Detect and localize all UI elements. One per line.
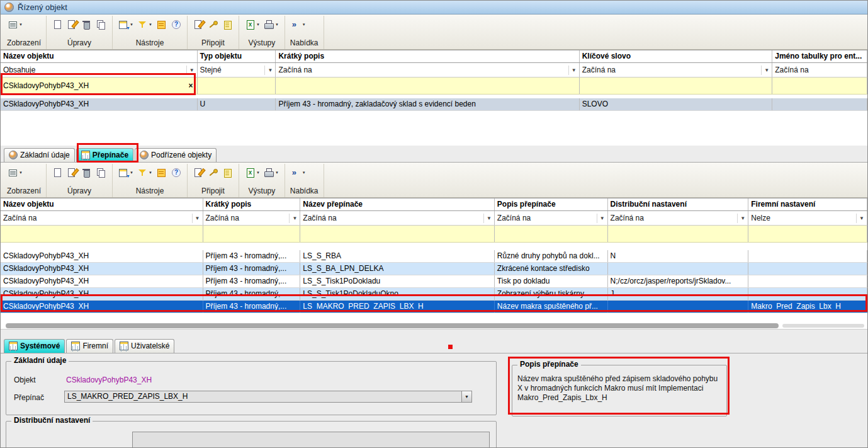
grid-cell[interactable] xyxy=(748,275,867,287)
horizontal-scrollbar[interactable] xyxy=(1,323,867,329)
column-header[interactable]: Typ objektu xyxy=(198,50,276,62)
grid-cell[interactable] xyxy=(748,250,867,262)
column-header[interactable]: Distribuční nastavení xyxy=(608,198,749,210)
grid-cell[interactable]: LS_MAKRO_PRED_ZAPIS_LBX_H xyxy=(300,301,495,313)
edit-record-button[interactable] xyxy=(66,167,78,178)
grid-cell[interactable]: N xyxy=(608,250,749,262)
table-row[interactable]: CSkladovyPohybP43_XH U Příjem 43 - hroma… xyxy=(1,98,867,111)
grid-cell[interactable] xyxy=(748,288,867,300)
switch-lookup-button[interactable]: ▼ xyxy=(461,391,472,403)
grid-cell[interactable] xyxy=(748,263,867,275)
column-header[interactable]: Krátký popis xyxy=(203,198,301,210)
search-input[interactable] xyxy=(1,226,203,242)
grid-cell[interactable]: Příjem 43 - hromadný, zakladačový sklad … xyxy=(276,98,579,110)
search-input[interactable] xyxy=(203,226,301,242)
grid-cell[interactable]: U xyxy=(198,98,276,110)
grid-cell[interactable]: CSkladovyPohybP43_XH xyxy=(1,263,203,275)
grid-cell[interactable]: CSkladovyPohybP43_XH xyxy=(1,301,203,313)
switch-input-value[interactable]: LS_MAKRO_PRED_ZAPIS_LBX_H xyxy=(64,391,461,403)
excel-export-button[interactable]: ▼ xyxy=(244,19,261,30)
menu-button[interactable]: ▼ xyxy=(290,19,307,30)
grid-cell[interactable]: Příjem 43 - hromadný,... xyxy=(203,263,301,275)
view-menu-button[interactable]: ▼ xyxy=(7,167,23,178)
column-header[interactable]: Název objektu xyxy=(1,50,198,62)
grid-cell[interactable]: LS_S_RBA xyxy=(300,250,495,262)
search-input[interactable] xyxy=(276,78,579,94)
batch-change-button[interactable] xyxy=(155,19,167,30)
filter-cell[interactable]: Začíná na▼ xyxy=(1,211,203,225)
grid-cell[interactable]: Název makra spuštěného př... xyxy=(495,301,608,313)
grid-cell[interactable]: Různé druhy pohybů na dokl... xyxy=(495,250,608,262)
grid-cell[interactable] xyxy=(772,98,867,110)
search-input[interactable] xyxy=(300,226,495,242)
attach-button[interactable] xyxy=(207,19,219,30)
grid-cell[interactable]: Příjem 43 - hromadný,... xyxy=(203,288,301,300)
scrollbar-thumb[interactable] xyxy=(6,323,779,328)
filter-cell[interactable]: Nelze▼ xyxy=(748,211,867,225)
new-record-button[interactable] xyxy=(52,167,64,178)
tab-prepinace[interactable]: Přepínače xyxy=(76,148,133,162)
search-input[interactable] xyxy=(495,226,608,242)
batch-change-button[interactable] xyxy=(155,167,167,178)
attach-button[interactable] xyxy=(207,167,219,178)
tab-systemove[interactable]: Systémové xyxy=(4,339,65,353)
switch-input[interactable]: LS_MAKRO_PRED_ZAPIS_LBX_H ▼ xyxy=(64,391,472,403)
grid-cell[interactable] xyxy=(608,263,749,275)
edit-record-button[interactable] xyxy=(66,19,78,30)
grouping-button[interactable]: ▼ xyxy=(118,19,134,30)
filter-button[interactable]: ▼ xyxy=(137,19,153,30)
grid-cell[interactable]: Příjem 43 - hromadný,... xyxy=(203,250,301,262)
filter-cell[interactable]: Začíná na xyxy=(772,63,867,77)
filter-cell[interactable]: Začíná na▼ xyxy=(580,63,773,77)
grid-cell[interactable]: LS_S_Tisk1PoDokladu xyxy=(300,275,495,287)
grid-cell[interactable]: Tisk po dokladu xyxy=(495,275,608,287)
table-row[interactable]: CSkladovyPohybP43_XH Příjem 43 - hromadn… xyxy=(1,250,867,263)
filter-cell[interactable]: Začíná na▼ xyxy=(495,211,608,225)
help-button[interactable] xyxy=(170,19,182,30)
form-button[interactable] xyxy=(222,167,234,178)
filter-cell[interactable]: Začíná na▼ xyxy=(608,211,749,225)
grid-cell[interactable]: J xyxy=(608,288,749,300)
grid-cell[interactable]: LS_S_BA_LPN_DELKA xyxy=(300,263,495,275)
menu-button[interactable]: ▼ xyxy=(290,167,307,178)
grid-cell[interactable]: Zkrácené kontace středisko xyxy=(495,263,608,275)
filter-cell[interactable]: Začíná na▼ xyxy=(203,211,301,225)
grouping-button[interactable]: ▼ xyxy=(118,167,134,178)
filter-cell[interactable]: Začíná na▼ xyxy=(300,211,495,225)
grid-cell[interactable]: CSkladovyPohybP43_XH xyxy=(1,98,198,110)
search-input-nazev-objektu[interactable]: CSkladovyPohybP43_XH× xyxy=(1,78,198,94)
edit-attachment-button[interactable] xyxy=(193,167,205,178)
tab-zakladni-udaje[interactable]: Základní údaje xyxy=(4,148,75,162)
grid-cell[interactable]: LS_S_Tisk1PoDokladuOkno xyxy=(300,288,495,300)
tab-uzivatelske[interactable]: Uživatelské xyxy=(115,339,174,353)
column-header[interactable]: Krátký popis xyxy=(276,50,579,62)
search-input[interactable] xyxy=(748,226,867,242)
grid-cell[interactable]: Příjem 43 - hromadný,... xyxy=(203,275,301,287)
grid-cell[interactable]: SLOVO xyxy=(580,98,773,110)
table-row[interactable]: CSkladovyPohybP43_XH Příjem 43 - hromadn… xyxy=(1,288,867,301)
grid-cell[interactable]: Příjem 43 - hromadný,... xyxy=(203,301,301,313)
tab-podrizene-objekty[interactable]: Podřízené objekty xyxy=(135,148,217,162)
table-row[interactable]: CSkladovyPohybP43_XH Příjem 43 - hromadn… xyxy=(1,275,867,288)
scrollbar-track[interactable] xyxy=(782,324,864,328)
form-button[interactable] xyxy=(222,19,234,30)
column-header[interactable]: Firemní nastavení xyxy=(748,198,867,210)
column-header[interactable]: Klíčové slovo xyxy=(580,50,773,62)
filter-cell[interactable]: Stejné▼ xyxy=(198,63,276,77)
search-input[interactable] xyxy=(772,78,867,94)
column-header[interactable]: Název přepínače xyxy=(300,198,495,210)
search-input[interactable] xyxy=(580,78,773,94)
tab-firemni[interactable]: Firemní xyxy=(66,339,113,353)
column-header[interactable]: Název objektu xyxy=(1,198,203,210)
grid-cell[interactable]: CSkladovyPohybP43_XH xyxy=(1,288,203,300)
copy-record-button[interactable] xyxy=(95,19,107,30)
edit-attachment-button[interactable] xyxy=(193,19,205,30)
filter-button[interactable]: ▼ xyxy=(137,167,153,178)
grid-cell[interactable] xyxy=(608,301,749,313)
delete-record-button[interactable] xyxy=(81,19,93,30)
new-record-button[interactable] xyxy=(52,19,64,30)
grid-cell[interactable]: CSkladovyPohybP43_XH xyxy=(1,250,203,262)
grid-cell[interactable]: CSkladovyPohybP43_XH xyxy=(1,275,203,287)
filter-cell[interactable]: Začíná na▼ xyxy=(276,63,579,77)
copy-record-button[interactable] xyxy=(95,167,107,178)
